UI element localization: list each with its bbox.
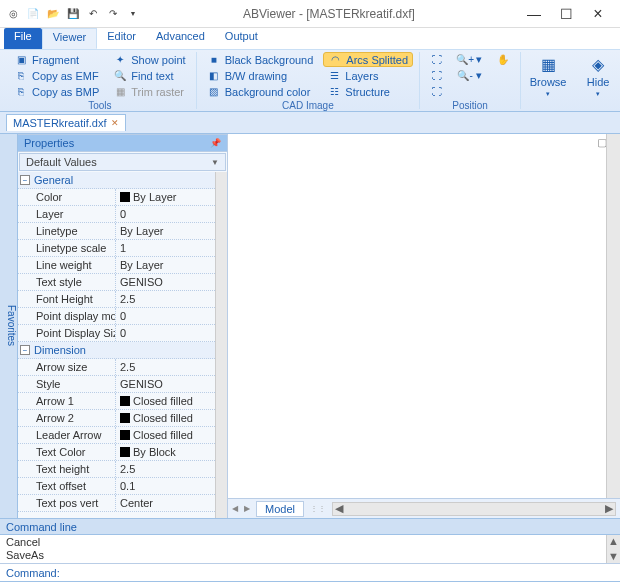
property-row[interactable]: LinetypeBy Layer — [18, 223, 215, 240]
copy-emf-button[interactable]: ⎘Copy as EMF — [10, 68, 103, 83]
tab-viewer[interactable]: Viewer — [42, 28, 97, 49]
prop-value[interactable]: Closed filled — [116, 427, 215, 443]
zoom-in[interactable]: 🔍+▾ — [454, 52, 486, 67]
color-swatch — [120, 192, 130, 202]
prop-value[interactable]: Center — [116, 495, 215, 511]
structure-button[interactable]: ☷Structure — [323, 84, 413, 99]
group-label-tools: Tools — [10, 99, 190, 111]
tab-advanced[interactable]: Advanced — [146, 28, 215, 49]
properties-scrollbar[interactable] — [215, 172, 227, 518]
property-row[interactable]: Leader ArrowClosed filled — [18, 427, 215, 444]
canvas-vscroll[interactable] — [606, 134, 620, 498]
cmd-history-line: Cancel — [6, 536, 614, 549]
trim-raster-button[interactable]: ▦Trim raster — [109, 84, 189, 99]
property-row[interactable]: Text pos vertCenter — [18, 495, 215, 512]
zoom-out[interactable]: 🔍-▾ — [454, 68, 486, 83]
command-line-header: Command line — [0, 518, 620, 535]
hide-icon: ◈ — [588, 54, 608, 74]
property-row[interactable]: StyleGENISO — [18, 376, 215, 393]
property-row[interactable]: Text height2.5 — [18, 461, 215, 478]
property-row[interactable]: Font Height2.5 — [18, 291, 215, 308]
property-row[interactable]: Point display mode0 — [18, 308, 215, 325]
prop-value[interactable]: GENISO — [116, 274, 215, 290]
property-row[interactable]: Arrow 2Closed filled — [18, 410, 215, 427]
black-bg-button[interactable]: ■Black Background — [203, 52, 318, 67]
properties-panel: Properties📌 Default Values▼ −GeneralColo… — [18, 134, 228, 518]
prop-value[interactable]: 2.5 — [116, 291, 215, 307]
tab-output[interactable]: Output — [215, 28, 268, 49]
prop-value[interactable]: By Block — [116, 444, 215, 460]
new-icon[interactable]: 📄 — [24, 5, 42, 23]
property-row[interactable]: Linetype scale1 — [18, 240, 215, 257]
fragment-button[interactable]: ▣Fragment — [10, 52, 103, 67]
pan-btn[interactable]: ✋ — [492, 52, 514, 67]
prop-value[interactable]: 0 — [116, 325, 215, 341]
find-text-button[interactable]: 🔍Find text — [109, 68, 189, 83]
property-row[interactable]: Arrow size2.5 — [18, 359, 215, 376]
tab-nav-left[interactable]: ◀ — [232, 504, 238, 513]
zoom-btn3[interactable]: ⛶ — [426, 84, 448, 99]
open-icon[interactable]: 📂 — [44, 5, 62, 23]
prop-value[interactable]: Closed filled — [116, 410, 215, 426]
property-category[interactable]: −Dimension — [18, 342, 215, 359]
save-icon[interactable]: 💾 — [64, 5, 82, 23]
layers-button[interactable]: ☰Layers — [323, 68, 413, 83]
favorites-tab[interactable]: Favorites — [0, 134, 18, 518]
minimize-button[interactable]: — — [522, 4, 546, 24]
prop-value[interactable]: 2.5 — [116, 461, 215, 477]
expand-icon[interactable]: − — [20, 175, 30, 185]
model-tab[interactable]: Model — [256, 501, 304, 517]
drawing-canvas[interactable]: ▢⤢ ◀ ▶ Model ⋮⋮ ◀▶ — [228, 134, 620, 518]
property-row[interactable]: Arrow 1Closed filled — [18, 393, 215, 410]
tab-file[interactable]: File — [4, 28, 42, 49]
prop-value[interactable]: 0 — [116, 206, 215, 222]
property-row[interactable]: ColorBy Layer — [18, 189, 215, 206]
pin-icon[interactable]: 📌 — [210, 138, 221, 148]
prop-value[interactable]: By Layer — [116, 257, 215, 273]
property-row[interactable]: Layer0 — [18, 206, 215, 223]
maximize-button[interactable]: ☐ — [554, 4, 578, 24]
show-point-button[interactable]: ✦Show point — [109, 52, 189, 67]
expand-icon[interactable]: − — [20, 345, 30, 355]
prop-value[interactable]: By Layer — [116, 189, 215, 205]
zoom-btn1[interactable]: ⛶ — [426, 52, 448, 67]
prop-value[interactable]: 0.1 — [116, 478, 215, 494]
qat-dropdown-icon[interactable]: ▼ — [124, 5, 142, 23]
group-label-cad: CAD Image — [203, 99, 413, 111]
property-row[interactable]: Point Display Size0 — [18, 325, 215, 342]
prop-value[interactable]: 1 — [116, 240, 215, 256]
property-category[interactable]: −General — [18, 172, 215, 189]
app-icon[interactable]: ◎ — [4, 5, 22, 23]
prop-value[interactable]: 0 — [116, 308, 215, 324]
close-button[interactable]: × — [586, 4, 610, 24]
close-tab-icon[interactable]: ✕ — [111, 118, 119, 128]
command-input[interactable] — [64, 567, 614, 579]
bg-color-button[interactable]: ▨Background color — [203, 84, 318, 99]
tab-nav-right[interactable]: ▶ — [244, 504, 250, 513]
redo-icon[interactable]: ↷ — [104, 5, 122, 23]
prop-value[interactable]: GENISO — [116, 376, 215, 392]
property-row[interactable]: Text styleGENISO — [18, 274, 215, 291]
tab-editor[interactable]: Editor — [97, 28, 146, 49]
hide-button[interactable]: ◈Hide▾ — [575, 52, 620, 100]
zoom-btn2[interactable]: ⛶ — [426, 68, 448, 83]
prop-value[interactable]: 2.5 — [116, 359, 215, 375]
arcs-splitted-button[interactable]: ◠Arcs Splitted — [323, 52, 413, 67]
bw-drawing-button[interactable]: ◧B/W drawing — [203, 68, 318, 83]
document-tab[interactable]: MASTERkreatif.dxf✕ — [6, 114, 126, 131]
prop-name: Point Display Size — [18, 325, 116, 341]
property-row[interactable]: Line weightBy Layer — [18, 257, 215, 274]
canvas-hscroll[interactable]: ◀▶ — [332, 502, 616, 516]
cmd-scrollbar[interactable]: ▲▼ — [606, 535, 620, 563]
browse-button[interactable]: ▦Browse▾ — [525, 52, 571, 100]
copy-bmp-button[interactable]: ⎘Copy as BMP — [10, 84, 103, 99]
fragment-icon: ▣ — [14, 53, 28, 67]
undo-icon[interactable]: ↶ — [84, 5, 102, 23]
prop-value[interactable]: Closed filled — [116, 393, 215, 409]
property-row[interactable]: Text offset0.1 — [18, 478, 215, 495]
zoom-out-icon: 🔍- — [458, 69, 472, 83]
properties-filter[interactable]: Default Values▼ — [19, 153, 226, 171]
prop-value[interactable]: By Layer — [116, 223, 215, 239]
group-cad: ■Black Background ◧B/W drawing ▨Backgrou… — [197, 52, 420, 109]
property-row[interactable]: Text ColorBy Block — [18, 444, 215, 461]
